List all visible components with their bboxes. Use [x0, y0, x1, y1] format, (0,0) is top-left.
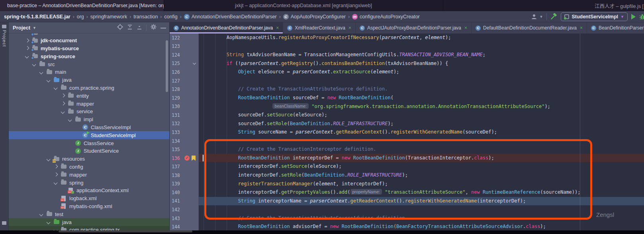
- tree-chevron-icon[interactable]: [69, 118, 72, 121]
- tree-item-applicationcontext-xml[interactable]: <>applicationContext.xml: [9, 187, 169, 195]
- gutter-line-142[interactable]: 142: [170, 205, 199, 214]
- tree-item-service[interactable]: service: [9, 108, 169, 116]
- tab-close-icon[interactable]: ×: [580, 25, 583, 31]
- tree-item-test[interactable]: test: [9, 210, 169, 218]
- gutter-line-130[interactable]: 130: [170, 102, 199, 111]
- code-line-133[interactable]: 133 String sourceName = parserContext.ge…: [170, 128, 644, 137]
- user-dropdown-caret[interactable]: ▼: [539, 15, 543, 19]
- gutter-line-128[interactable]: 128: [170, 85, 199, 94]
- code-line-142[interactable]: 142: [170, 205, 644, 214]
- run-button[interactable]: [631, 14, 636, 20]
- tree-item-main[interactable]: main: [9, 68, 169, 76]
- tree-chevron-icon[interactable]: [54, 173, 57, 176]
- breadcrumb-item[interactable]: org: [77, 14, 84, 20]
- tree-horizontal-scrollbar[interactable]: [59, 230, 192, 232]
- tree-chevron-icon[interactable]: [47, 157, 50, 161]
- tree-chevron-icon[interactable]: [61, 110, 65, 113]
- gutter-line-126[interactable]: 126: [170, 68, 199, 77]
- gutter-line-137[interactable]: 137: [170, 162, 199, 171]
- tree-item-impl[interactable]: impl: [9, 116, 169, 124]
- breadcrumb-item[interactable]: config: [164, 14, 177, 20]
- tree-item-java[interactable]: java: [9, 218, 169, 226]
- tree-chevron-icon[interactable]: [47, 79, 50, 82]
- breadcrumb-item[interactable]: mconfigureAutoProxyCreator: [352, 14, 420, 20]
- breadcrumb-item[interactable]: springframework: [90, 14, 127, 20]
- tree-item-clipped[interactable]: [9, 33, 169, 37]
- breakpoint-icon[interactable]: ✓: [184, 155, 190, 161]
- tree-item-logback-xml[interactable]: <>logback.xml: [9, 195, 169, 203]
- window-tab-1[interactable]: base-practice – AnnotationDrivenBeanDefi…: [0, 0, 164, 11]
- tree-chevron-icon[interactable]: [33, 63, 36, 66]
- code-line-137[interactable]: 137 interceptorDef.setSource(eleSource);: [170, 162, 644, 171]
- tree-item-src[interactable]: src: [9, 60, 169, 68]
- code-line-136[interactable]: 136✓ RootBeanDefinition interceptorDef =…: [170, 154, 644, 163]
- user-icon[interactable]: [531, 14, 537, 20]
- hide-panel-icon[interactable]: —: [161, 26, 166, 30]
- tree-item-jdk-concurrent[interactable]: jdk-concurrent: [9, 37, 169, 45]
- editor-tab-5[interactable]: CBeanDefinitionParserDelegate.java×: [587, 22, 644, 33]
- tree-chevron-icon[interactable]: [47, 220, 50, 224]
- gutter-line-139[interactable]: 139: [170, 180, 199, 189]
- build-hammer-icon[interactable]: [550, 13, 557, 20]
- code-line-124[interactable]: 124 String txAdvisorBeanName = Transacti…: [170, 51, 644, 59]
- gutter-line-134[interactable]: 134: [170, 137, 199, 146]
- bookmark-icon[interactable]: [192, 155, 196, 161]
- gutter-line-132[interactable]: 132: [170, 120, 199, 128]
- gutter-line-143[interactable]: 143: [170, 214, 199, 223]
- code-line-139[interactable]: 139 registerTransactionManager(element, …: [170, 180, 644, 189]
- gutter-line-124[interactable]: 124: [170, 51, 199, 59]
- code-line-140[interactable]: 140 interceptorDef.getPropertyValues().a…: [170, 188, 644, 197]
- breadcrumb-item[interactable]: transaction: [133, 14, 158, 20]
- tree-item-mapper[interactable]: mapper: [9, 171, 169, 179]
- project-panel-title[interactable]: Project: [13, 25, 30, 31]
- tree-chevron-icon[interactable]: [54, 165, 57, 168]
- tree-chevron-icon[interactable]: [40, 71, 43, 74]
- tree-scrollbar[interactable]: [166, 40, 168, 92]
- breadcrumb-item[interactable]: spring-tx-5.1.8.RELEASE.jar: [4, 14, 70, 20]
- code-line-131[interactable]: 131 sourceDef.setSource(eleSource);: [170, 111, 644, 120]
- code-line-125[interactable]: 125 if (!parserContext.getRegistry().con…: [170, 59, 644, 68]
- gutter-line-133[interactable]: 133: [170, 128, 199, 137]
- code-line-143[interactable]: 143 // Create the TransactionAttributeSo…: [170, 214, 644, 223]
- collapse-all-icon[interactable]: [137, 24, 142, 31]
- code-line-122[interactable]: 122 AopNamespaceUtils.registerAutoProxyC…: [170, 33, 644, 42]
- tree-item-resources[interactable]: resources: [9, 155, 169, 163]
- tree-chevron-icon[interactable]: [25, 47, 29, 50]
- gutter-line-127[interactable]: 127: [170, 77, 199, 85]
- code-line-138[interactable]: 138 interceptorDef.setRole(BeanDefinitio…: [170, 171, 644, 180]
- gutter-line-123[interactable]: 123: [170, 42, 199, 51]
- tree-item-spring[interactable]: spring: [9, 179, 169, 187]
- tab-close-icon[interactable]: ×: [348, 25, 351, 31]
- tree-item-config[interactable]: config: [9, 163, 169, 171]
- gutter-line-144[interactable]: 144: [170, 222, 199, 230]
- gutter-line-138[interactable]: 138: [170, 171, 199, 180]
- project-view-caret-icon[interactable]: ▼: [33, 26, 36, 30]
- gutter-line-122[interactable]: 122: [170, 33, 199, 42]
- tree-item-mapper[interactable]: mapper: [9, 100, 169, 108]
- tree-chevron-icon[interactable]: [25, 55, 29, 58]
- editor-tab-1[interactable]: CAnnotationDrivenBeanDefinitionParser.ja…: [170, 22, 283, 33]
- locate-file-icon[interactable]: [117, 24, 123, 31]
- gutter-line-136[interactable]: 136✓: [170, 154, 199, 163]
- tree-chevron-icon[interactable]: [40, 212, 43, 216]
- project-stripe-icon[interactable]: [2, 25, 6, 28]
- code-line-135[interactable]: 135 // Create the TransactionInterceptor…: [170, 145, 644, 154]
- gutter-line-131[interactable]: 131: [170, 111, 199, 120]
- tree-item-studentservice[interactable]: IStudentService: [9, 147, 169, 155]
- code-line-132[interactable]: 132 sourceDef.setRole(BeanDefinition.ROL…: [170, 120, 644, 128]
- gutter-line-135[interactable]: 135: [170, 145, 199, 154]
- code-line-128[interactable]: 128 // Create the TransactionAttributeSo…: [170, 85, 644, 94]
- window-tab-2[interactable]: jxkjt – applicationContext-appDatabase.x…: [164, 0, 443, 11]
- expand-all-icon[interactable]: [127, 24, 133, 31]
- gutter-line-141[interactable]: 141: [170, 197, 199, 206]
- editor-tab-3[interactable]: CAspectJAutoProxyBeanDefinitionParser.ja…: [356, 22, 472, 33]
- tree-item-com-practice-spring[interactable]: com.practice.spring: [9, 84, 169, 92]
- code-line-130[interactable]: 130 beanClassName: "org.springframework.…: [170, 102, 644, 111]
- tree-item-mybatis-config-xml[interactable]: <>mybatis-config.xml: [9, 203, 169, 210]
- bottom-stripe-icon[interactable]: [2, 221, 6, 225]
- tab-close-icon[interactable]: ×: [276, 25, 279, 31]
- code-line-134[interactable]: 134: [170, 137, 644, 146]
- tree-chevron-icon[interactable]: [61, 94, 65, 97]
- run-configuration-select[interactable]: StudentServiceImpl ▼: [561, 12, 628, 21]
- code-line-144[interactable]: 144 RootBeanDefinition advisorDef = new …: [170, 222, 644, 230]
